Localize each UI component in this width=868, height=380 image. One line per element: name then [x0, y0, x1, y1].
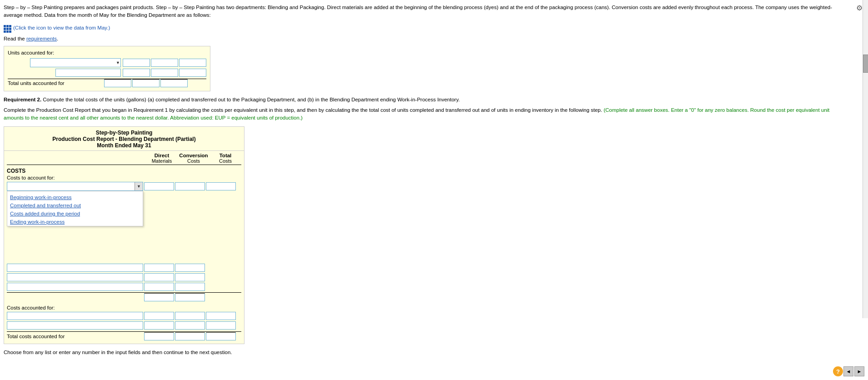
total-costs-acc-cell1[interactable]	[144, 332, 174, 340]
cost-to-row4-wide[interactable]	[7, 283, 143, 291]
total-costs-acc-label: Total costs accounted for	[7, 334, 143, 339]
costs-acc-row1-cell3[interactable]	[206, 312, 236, 320]
option-costs-added[interactable]: Costs added during the period	[7, 210, 143, 218]
cost-to-row-4	[7, 283, 241, 291]
cost-to-row3-wide[interactable]	[7, 273, 143, 281]
units-row2-wide[interactable]	[55, 69, 121, 77]
prev-button[interactable]: ◄	[843, 366, 853, 376]
report-header: Step-by-Step Painting Production Cost Re…	[4, 127, 244, 151]
costs-acc-row1-cell1[interactable]	[144, 312, 174, 320]
intro-paragraph: Step – by – Step Painting prepares and p…	[4, 4, 850, 20]
units-total-input3[interactable]	[160, 79, 188, 87]
costs-to-account-label: Costs to account for:	[7, 175, 241, 180]
total-costs-acc-cell3[interactable]	[206, 332, 236, 340]
units-row1-input2[interactable]	[151, 59, 178, 67]
costs-acc-row2-cell2[interactable]	[175, 321, 205, 330]
costs-acc-row2-wide[interactable]	[7, 321, 143, 330]
report-title3: Month Ended May 31	[6, 142, 242, 149]
cost-to-total-cell2[interactable]	[175, 293, 205, 301]
scrollbar-thumb[interactable]	[863, 55, 868, 73]
costs-to-dropdown-container: ▼ Beginning work-in-process Completed an…	[7, 182, 143, 191]
units-row-1: Beginning work-in-process Completed and …	[8, 58, 206, 67]
cost-to-row2-cell1[interactable]	[144, 264, 174, 272]
costs-acc-row-1	[7, 312, 241, 320]
costs-to-dropdown-input[interactable]	[7, 182, 135, 190]
cost-to-row1-cell3[interactable]	[206, 182, 236, 190]
cost-to-row-3	[7, 273, 241, 281]
cost-to-row2-wide[interactable]	[7, 264, 143, 272]
units-total-label: Total units accounted for	[8, 80, 103, 86]
data-icon-link[interactable]: (Click the icon to view the data from Ma…	[4, 23, 110, 33]
cost-to-row-2	[7, 264, 241, 272]
costs-section-label: COSTS	[7, 168, 241, 174]
scrollbar[interactable]	[863, 0, 868, 318]
costs-to-dropdown-arrow[interactable]: ▼	[135, 182, 143, 190]
report-title2: Production Cost Report - Blending Depart…	[6, 136, 242, 142]
next-button[interactable]: ►	[854, 366, 864, 376]
costs-acc-row-2	[7, 321, 241, 330]
cost-to-row3-cell2[interactable]	[175, 273, 205, 281]
option-ending-wip[interactable]: Ending work-in-process	[7, 218, 143, 226]
units-row2-input2[interactable]	[151, 69, 178, 77]
costs-acc-row2-cell1[interactable]	[144, 321, 174, 330]
report-body: Direct Conversion Total Materials Costs …	[4, 151, 244, 344]
units-row2-input3[interactable]	[179, 69, 206, 77]
costs-acc-row1-wide[interactable]	[7, 312, 143, 320]
bottom-nav: ◄ ►	[843, 366, 864, 376]
read-line: Read the requirements.	[4, 36, 850, 41]
costs-to-dropdown-field[interactable]: ▼	[7, 182, 143, 191]
units-row-2	[8, 69, 206, 77]
req2-text: Requirement 2. Compute the total costs o…	[4, 96, 850, 104]
report-title1: Step-by-Step Painting	[6, 130, 242, 136]
requirements-link[interactable]: requirements	[26, 36, 57, 41]
units-total-input2[interactable]	[132, 79, 160, 87]
cost-to-row2-cell2[interactable]	[175, 264, 205, 272]
costs-acc-label: Costs accounted for:	[7, 305, 241, 310]
cost-to-row-1: ▼ Beginning work-in-process Completed an…	[7, 182, 241, 191]
complete-text: Complete the Production Cost Report that…	[4, 106, 850, 122]
units-section: Units accounted for: Beginning work-in-p…	[4, 46, 210, 91]
help-button[interactable]: ?	[833, 366, 843, 376]
req2-bold: Requirement 2.	[4, 97, 41, 102]
units-row1-input3[interactable]	[179, 59, 206, 67]
costs-to-dropdown-options: Beginning work-in-process Completed and …	[7, 191, 143, 226]
col-subheader-costs: Costs	[178, 158, 210, 164]
grid-icon	[4, 23, 11, 33]
col-header-conversion: Conversion	[178, 153, 210, 158]
cost-to-row4-cell2[interactable]	[175, 283, 205, 291]
total-costs-acc-cell2[interactable]	[175, 332, 205, 340]
units-row1-input1[interactable]	[123, 59, 150, 67]
cost-to-row1-cell2[interactable]	[175, 182, 205, 190]
costs-acc-row1-cell2[interactable]	[175, 312, 205, 320]
option-beginning-wip[interactable]: Beginning work-in-process	[7, 193, 143, 201]
total-costs-acc-row: Total costs accounted for	[7, 331, 241, 340]
cost-to-total-cell1[interactable]	[144, 293, 174, 301]
col-header-total: Total	[210, 153, 241, 158]
report-container: Step-by-Step Painting Production Cost Re…	[4, 126, 244, 344]
cost-to-row4-cell1[interactable]	[144, 283, 174, 291]
units-select-1[interactable]: Beginning work-in-process Completed and …	[30, 58, 121, 67]
units-total-row: Total units accounted for	[8, 79, 206, 87]
gear-icon[interactable]: ⚙	[856, 4, 863, 12]
complete-text-body: Complete the Production Cost Report that…	[4, 107, 602, 113]
units-accounted-label: Units accounted for:	[8, 50, 206, 55]
col-subheader-materials: Materials	[146, 158, 178, 164]
cost-to-row1-cell1[interactable]	[144, 182, 174, 190]
option-completed-transferred[interactable]: Completed and transferred out	[7, 201, 143, 210]
bottom-choose-text: Choose from any list or enter any number…	[4, 350, 850, 355]
units-dropdown-1[interactable]: Beginning work-in-process Completed and …	[30, 58, 121, 67]
req2-body: Compute the total costs of the units (ga…	[41, 97, 460, 102]
col-subheader-totalcosts: Costs	[210, 158, 241, 164]
units-row2-input1[interactable]	[123, 69, 150, 77]
cost-to-total-row	[7, 292, 241, 301]
costs-acc-row2-cell3[interactable]	[206, 321, 236, 330]
icon-link-text: (Click the icon to view the data from Ma…	[13, 25, 110, 30]
col-header-direct: Direct	[146, 153, 178, 158]
cost-to-row3-cell1[interactable]	[144, 273, 174, 281]
units-total-input1[interactable]	[104, 79, 131, 87]
